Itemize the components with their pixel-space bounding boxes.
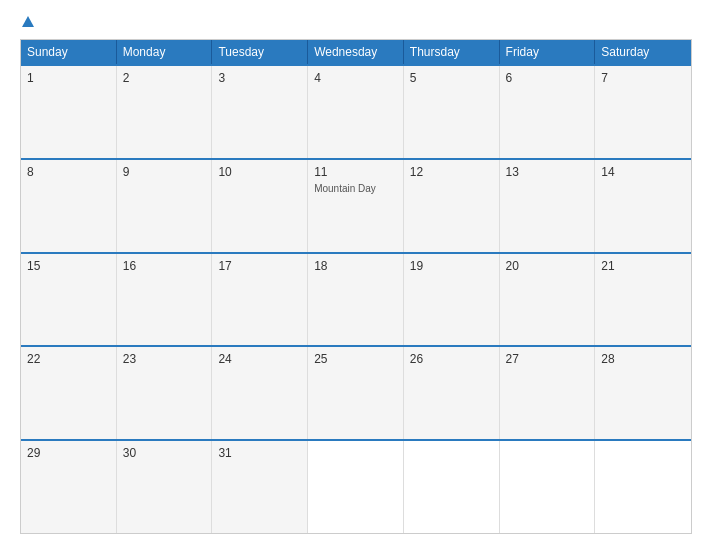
- day-cell: 12: [404, 160, 500, 252]
- day-cell: 1: [21, 66, 117, 158]
- day-number: 9: [123, 165, 206, 179]
- week-row-2: 891011Mountain Day121314: [21, 158, 691, 252]
- day-cell: 20: [500, 254, 596, 346]
- day-cell: 2: [117, 66, 213, 158]
- day-cell: 9: [117, 160, 213, 252]
- day-cell: 8: [21, 160, 117, 252]
- day-number: 18: [314, 259, 397, 273]
- day-number: 4: [314, 71, 397, 85]
- day-number: 25: [314, 352, 397, 366]
- day-cell: 7: [595, 66, 691, 158]
- day-cell: [595, 441, 691, 533]
- day-number: 3: [218, 71, 301, 85]
- week-row-5: 293031: [21, 439, 691, 533]
- day-cell: 3: [212, 66, 308, 158]
- day-cell: 18: [308, 254, 404, 346]
- day-number: 19: [410, 259, 493, 273]
- day-number: 17: [218, 259, 301, 273]
- week-row-3: 15161718192021: [21, 252, 691, 346]
- calendar: SundayMondayTuesdayWednesdayThursdayFrid…: [20, 39, 692, 534]
- logo: [20, 16, 34, 29]
- day-number: 29: [27, 446, 110, 460]
- day-cell: 31: [212, 441, 308, 533]
- header: [20, 16, 692, 29]
- day-cell: 29: [21, 441, 117, 533]
- day-header-friday: Friday: [500, 40, 596, 64]
- day-cell: 27: [500, 347, 596, 439]
- day-header-tuesday: Tuesday: [212, 40, 308, 64]
- day-cell: 22: [21, 347, 117, 439]
- day-header-sunday: Sunday: [21, 40, 117, 64]
- day-cell: 14: [595, 160, 691, 252]
- day-cell: 16: [117, 254, 213, 346]
- day-number: 20: [506, 259, 589, 273]
- week-row-4: 22232425262728: [21, 345, 691, 439]
- day-number: 13: [506, 165, 589, 179]
- weeks-container: 1234567891011Mountain Day121314151617181…: [21, 64, 691, 533]
- day-cell: 30: [117, 441, 213, 533]
- day-header-thursday: Thursday: [404, 40, 500, 64]
- calendar-page: SundayMondayTuesdayWednesdayThursdayFrid…: [0, 0, 712, 550]
- day-cell: 4: [308, 66, 404, 158]
- day-cell: 19: [404, 254, 500, 346]
- day-cell: 21: [595, 254, 691, 346]
- day-cell: 11Mountain Day: [308, 160, 404, 252]
- day-number: 21: [601, 259, 685, 273]
- week-row-1: 1234567: [21, 64, 691, 158]
- day-number: 23: [123, 352, 206, 366]
- day-number: 31: [218, 446, 301, 460]
- day-number: 24: [218, 352, 301, 366]
- day-number: 11: [314, 165, 397, 179]
- day-number: 6: [506, 71, 589, 85]
- day-cell: 23: [117, 347, 213, 439]
- day-header-wednesday: Wednesday: [308, 40, 404, 64]
- day-cell: 15: [21, 254, 117, 346]
- event-label: Mountain Day: [314, 183, 397, 194]
- day-cell: 10: [212, 160, 308, 252]
- day-number: 26: [410, 352, 493, 366]
- day-cell: [500, 441, 596, 533]
- day-number: 30: [123, 446, 206, 460]
- day-number: 12: [410, 165, 493, 179]
- day-number: 10: [218, 165, 301, 179]
- day-number: 2: [123, 71, 206, 85]
- day-cell: 25: [308, 347, 404, 439]
- day-cell: 26: [404, 347, 500, 439]
- day-cell: [308, 441, 404, 533]
- day-number: 14: [601, 165, 685, 179]
- day-number: 7: [601, 71, 685, 85]
- day-number: 1: [27, 71, 110, 85]
- day-cell: 5: [404, 66, 500, 158]
- day-cell: 28: [595, 347, 691, 439]
- day-number: 5: [410, 71, 493, 85]
- day-number: 22: [27, 352, 110, 366]
- logo-triangle-icon: [22, 16, 34, 27]
- day-number: 16: [123, 259, 206, 273]
- day-headers-row: SundayMondayTuesdayWednesdayThursdayFrid…: [21, 40, 691, 64]
- day-cell: [404, 441, 500, 533]
- day-cell: 24: [212, 347, 308, 439]
- day-cell: 6: [500, 66, 596, 158]
- day-cell: 17: [212, 254, 308, 346]
- day-number: 27: [506, 352, 589, 366]
- day-number: 15: [27, 259, 110, 273]
- day-cell: 13: [500, 160, 596, 252]
- day-number: 28: [601, 352, 685, 366]
- day-number: 8: [27, 165, 110, 179]
- day-header-monday: Monday: [117, 40, 213, 64]
- day-header-saturday: Saturday: [595, 40, 691, 64]
